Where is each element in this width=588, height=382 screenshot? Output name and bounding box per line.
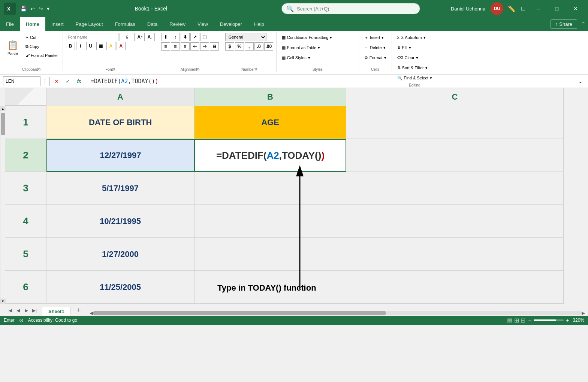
- row-6-number[interactable]: 6: [5, 271, 46, 304]
- vertical-scrollbar[interactable]: ▲ ▼: [0, 106, 5, 304]
- formula-input[interactable]: =DATEDIF(A2,TODAY()): [88, 76, 332, 86]
- conditional-formatting-button[interactable]: ▦ Conditional Formatting ▾: [280, 33, 335, 42]
- align-left-button[interactable]: ≡: [161, 42, 170, 51]
- cell-c6[interactable]: [346, 271, 564, 304]
- horizontal-scroll-thumb[interactable]: [93, 311, 386, 315]
- tab-file[interactable]: File: [0, 17, 20, 31]
- font-size-input[interactable]: [120, 33, 135, 41]
- find-select-button[interactable]: 🔍 Find & Select ▾: [395, 73, 434, 82]
- tab-view[interactable]: View: [192, 17, 214, 31]
- format-painter-button[interactable]: 🖌 Format Painter: [24, 51, 60, 60]
- format-as-table-button[interactable]: ▦ Format as Table ▾: [280, 43, 335, 52]
- align-middle-button[interactable]: ↕: [171, 33, 180, 41]
- bold-button[interactable]: B: [66, 42, 75, 50]
- share-button[interactable]: ↑Share: [551, 19, 577, 29]
- number-expand-icon[interactable]: ⧉: [255, 67, 257, 72]
- cell-a3[interactable]: 5/17/1997: [46, 172, 195, 205]
- increase-indent-button[interactable]: ⇒: [200, 42, 209, 51]
- edit-pen-button[interactable]: ✏️: [506, 4, 517, 13]
- tab-insert[interactable]: Insert: [45, 17, 70, 31]
- font-name-input[interactable]: [66, 33, 118, 41]
- tab-page-layout[interactable]: Page Layout: [70, 17, 109, 31]
- wrap-text-button[interactable]: ⬚: [200, 33, 209, 41]
- copy-button[interactable]: ⧉ Copy: [24, 42, 60, 51]
- close-button[interactable]: ✕: [567, 3, 584, 14]
- scroll-left-button[interactable]: ◀: [90, 310, 93, 316]
- zoom-in-button[interactable]: +: [566, 317, 569, 323]
- currency-button[interactable]: $: [225, 42, 234, 51]
- font-expand-icon[interactable]: ⧉: [113, 67, 115, 72]
- tab-home[interactable]: Home: [20, 17, 45, 31]
- cell-a2[interactable]: 12/27/1997: [46, 139, 195, 172]
- expand-formula-bar-button[interactable]: ⌄: [576, 77, 585, 86]
- zoom-out-button[interactable]: –: [528, 317, 531, 323]
- add-sheet-button[interactable]: ＋: [72, 304, 86, 316]
- scroll-down-button[interactable]: ▼: [0, 298, 6, 304]
- cell-c3[interactable]: [346, 172, 564, 205]
- merge-center-button[interactable]: ⊟: [210, 42, 219, 51]
- scroll-tabs-forward-button[interactable]: ▶: [22, 307, 30, 314]
- scroll-tabs-left-button[interactable]: |◀: [6, 307, 13, 314]
- confirm-edit-button[interactable]: ✓: [63, 77, 72, 86]
- sort-filter-button[interactable]: ⇅ Sort & Filter ▾: [395, 63, 434, 72]
- page-layout-view-button[interactable]: ⊞: [514, 317, 519, 324]
- tab-review[interactable]: Review: [163, 17, 192, 31]
- normal-view-button[interactable]: ▤: [507, 317, 513, 324]
- tab-formulas[interactable]: Formulas: [109, 17, 141, 31]
- tab-help[interactable]: Help: [248, 17, 270, 31]
- cell-a4[interactable]: 10/21/1995: [46, 205, 195, 238]
- cell-a6[interactable]: 11/25/2005: [46, 271, 195, 304]
- horizontal-scrollbar[interactable]: [93, 311, 582, 315]
- formula-bar-options-icon[interactable]: ⋮: [43, 79, 47, 84]
- italic-button[interactable]: I: [76, 42, 85, 50]
- clear-button[interactable]: ⌫ Clear ▾: [395, 53, 434, 62]
- font-color-button[interactable]: A: [117, 42, 126, 50]
- cell-b3[interactable]: [195, 172, 346, 205]
- select-all-button[interactable]: [5, 88, 46, 106]
- row-1-number[interactable]: 1: [5, 106, 46, 139]
- align-bottom-button[interactable]: ⬇: [181, 33, 190, 41]
- increase-decimal-button[interactable]: .00: [264, 42, 273, 51]
- format-cells-button[interactable]: ⚙ Format ▾: [362, 53, 389, 62]
- angle-text-button[interactable]: ↗: [190, 33, 199, 41]
- cell-b6[interactable]: [195, 271, 346, 304]
- page-break-view-button[interactable]: ⊟: [521, 317, 525, 324]
- autosum-button[interactable]: Σ Σ AutoSum ▾: [395, 33, 434, 42]
- cell-a5[interactable]: 1/27/2000: [46, 238, 195, 271]
- scroll-tabs-right-button[interactable]: ▶|: [31, 307, 38, 314]
- number-format-select[interactable]: General Number Currency Date: [225, 33, 266, 41]
- maximize-button[interactable]: □: [548, 3, 566, 14]
- column-header-b[interactable]: B: [195, 88, 346, 106]
- paste-button[interactable]: 📋 Paste: [3, 33, 22, 63]
- cell-b1[interactable]: AGE: [195, 106, 346, 139]
- cell-a1[interactable]: DATE OF BIRTH: [46, 106, 195, 139]
- cell-c5[interactable]: [346, 238, 564, 271]
- cell-c1[interactable]: [346, 106, 564, 139]
- scroll-up-button[interactable]: ▲: [0, 106, 6, 111]
- cell-c2[interactable]: [346, 139, 564, 172]
- fill-color-button[interactable]: A: [106, 42, 115, 50]
- cut-button[interactable]: ✂ Cut: [24, 33, 60, 42]
- delete-cells-button[interactable]: － Delete ▾: [362, 43, 389, 52]
- column-header-c[interactable]: C: [346, 88, 564, 106]
- cell-b2[interactable]: =DATEDIF(A2,TODAY()) DATEDIF(): [195, 139, 346, 172]
- sheet-tab-sheet1[interactable]: Sheet1: [42, 307, 71, 316]
- ribbon-display-button[interactable]: □: [520, 4, 527, 13]
- align-top-button[interactable]: ⬆: [161, 33, 170, 41]
- undo-button[interactable]: ↩: [29, 5, 36, 12]
- underline-button[interactable]: U: [86, 42, 95, 50]
- fill-button[interactable]: ⬇ Fill ▾: [395, 43, 434, 52]
- cell-styles-button[interactable]: ▦ Cell Styles ▾: [280, 53, 335, 62]
- customize-qat-button[interactable]: ▾: [45, 5, 51, 12]
- search-box[interactable]: 🔍: [281, 3, 420, 14]
- scroll-thumb[interactable]: [1, 113, 5, 135]
- scroll-right-button[interactable]: ▶: [582, 310, 585, 316]
- insert-cells-button[interactable]: ＋ Insert ▾: [362, 33, 389, 42]
- row-3-number[interactable]: 3: [5, 172, 46, 205]
- user-avatar[interactable]: DU: [491, 2, 503, 15]
- tab-developer[interactable]: Developer: [214, 17, 248, 31]
- border-button[interactable]: ▦: [96, 42, 105, 50]
- scroll-tabs-back-button[interactable]: ◀: [14, 307, 22, 314]
- cell-reference-box[interactable]: [3, 76, 40, 86]
- row-5-number[interactable]: 5: [5, 238, 46, 271]
